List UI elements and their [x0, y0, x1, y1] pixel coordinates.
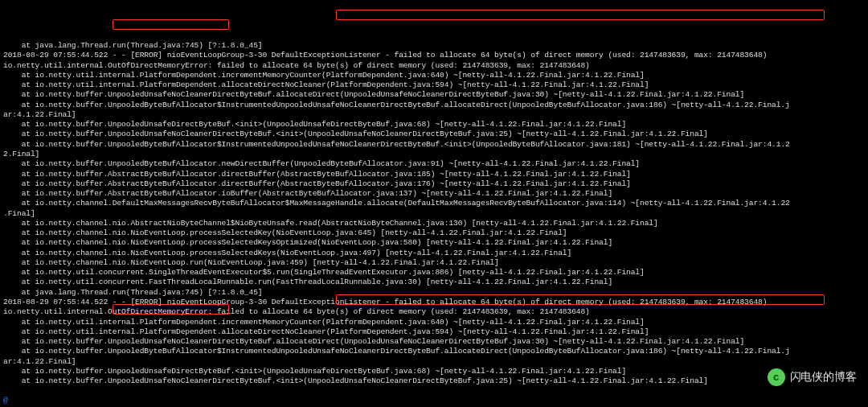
hl-error-msg-1 [336, 10, 825, 20]
log-line: 2.Final] [3, 150, 865, 159]
log-line: at io.netty.buffer.UnpooledByteBufAlloca… [3, 140, 865, 150]
log-line: at java.lang.Thread.run(Thread.java:745)… [3, 288, 865, 298]
log-line: at java.lang.Thread.run(Thread.java:745)… [3, 41, 865, 51]
terminal-cursor: @ [3, 396, 8, 405]
hl-error-class-1 [113, 19, 229, 30]
log-line: at io.netty.buffer.AbstractByteBufAlloca… [3, 170, 865, 179]
log-line: io.netty.util.internal.OutOfDirectMemory… [3, 61, 865, 71]
log-line: at io.netty.util.internal.PlatformDepend… [3, 318, 865, 327]
log-line: at io.netty.channel.nio.NioEventLoop.pro… [3, 228, 865, 238]
log-line: at io.netty.buffer.UnpooledByteBufAlloca… [3, 159, 865, 169]
log-line: at io.netty.buffer.UnpooledByteBufAlloca… [3, 347, 865, 356]
log-line: at io.netty.util.internal.PlatformDepend… [3, 71, 865, 80]
log-line: at io.netty.buffer.UnpooledUnsafeNoClean… [3, 130, 865, 139]
log-line: 2018-08-29 07:55:44.522 - - [ERROR] nioE… [3, 51, 865, 60]
log-line: ar:4.1.22.Final] [3, 110, 865, 120]
log-line: .Final] [3, 209, 865, 219]
log-line: io.netty.util.internal.OutOfDirectMemory… [3, 307, 865, 317]
log-line: at io.netty.util.concurrent.FastThreadLo… [3, 278, 865, 287]
log-line: at io.netty.util.concurrent.SingleThread… [3, 268, 865, 278]
log-line: at io.netty.channel.nio.AbstractNioByteC… [3, 219, 865, 228]
log-line: at io.netty.buffer.UnpooledUnsafeNoClean… [3, 90, 865, 100]
log-line: at io.netty.buffer.UnpooledUnsafeNoClean… [3, 376, 865, 386]
log-line: at io.netty.buffer.UnpooledUnsafeNoClean… [3, 337, 865, 347]
log-line: at io.netty.buffer.UnpooledUnsafeDirectB… [3, 120, 865, 130]
log-line: at io.netty.channel.nio.NioEventLoop.pro… [3, 249, 865, 258]
log-line: at io.netty.channel.DefaultMaxMessagesRe… [3, 199, 865, 208]
log-line: 2018-08-29 07:55:44.522 - - [ERROR] nioE… [3, 298, 865, 307]
log-line: at io.netty.channel.nio.NioEventLoop.pro… [3, 238, 865, 248]
log-line: at io.netty.channel.nio.NioEventLoop.run… [3, 258, 865, 268]
log-line: at io.netty.buffer.UnpooledUnsafeDirectB… [3, 367, 865, 376]
log-line: at io.netty.util.internal.PlatformDepend… [3, 327, 865, 337]
terminal-log[interactable]: at java.lang.Thread.run(Thread.java:745)… [0, 39, 868, 388]
log-line: at io.netty.util.internal.PlatformDepend… [3, 80, 865, 90]
log-line: ar:4.1.22.Final] [3, 357, 865, 367]
log-line: at io.netty.buffer.AbstractByteBufAlloca… [3, 179, 865, 189]
log-line: at io.netty.buffer.UnpooledByteBufAlloca… [3, 101, 865, 110]
log-line: at io.netty.buffer.AbstractByteBufAlloca… [3, 189, 865, 199]
